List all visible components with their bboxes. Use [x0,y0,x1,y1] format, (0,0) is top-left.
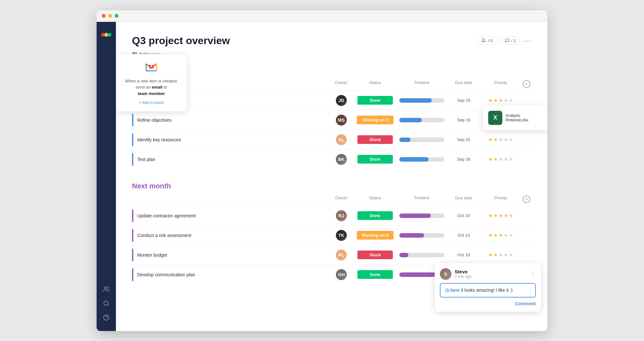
timeline-bar [399,98,432,103]
add-column-button[interactable]: + [523,80,530,88]
status-badge[interactable]: Stuck [357,135,393,144]
timeline-bar-container [399,233,444,238]
star-empty: ★ [509,97,513,103]
task-row: Refine objectives MS Working on it Sep 1… [132,110,531,130]
notification-badge[interactable]: / 0 [477,37,497,45]
timeline-bar [399,253,408,257]
priority-stars: ★★★★★ [480,213,522,219]
table-header: Owner Status Timeline Due date Priority … [132,80,531,90]
avatar-cell: RJ [328,210,354,221]
users-sidebar-icon[interactable] [100,283,112,295]
status-badge[interactable]: Done [357,270,393,279]
task-name: Conduct a risk assessment [137,233,191,238]
status-cell[interactable]: Working on it [354,116,396,124]
comment-user-avatar: S [440,268,451,280]
timeline-cell [396,137,448,142]
star-filled: ★ [488,232,493,238]
due-date-cell: Sep 19 [448,118,480,122]
task-border [132,268,133,281]
owner-avatar: AL [336,134,347,145]
task-row: Test plan BK Done Sep 26 ★★★★★ [132,149,531,169]
col-status: Status [354,80,396,88]
sections-container: This month Owner Status Timeline Due dat… [132,67,531,284]
star-filled: ★ [488,97,493,103]
owner-avatar: MS [336,115,347,126]
status-badge[interactable]: Working on it [357,231,394,240]
table-header: Owner Status Timeline Due date Priority … [132,195,531,206]
status-badge[interactable]: Stuck [357,251,393,259]
status-badge[interactable]: Done [357,96,393,105]
task-row: Monitor budget PL Stuck Oct 19 ★★★★★ [132,245,531,265]
task-row: Identify key resources AL Stuck Sep 22 ★… [132,130,531,149]
col-add[interactable]: + [522,80,531,88]
gmail-description: When a new item is created, send an emai… [122,78,180,97]
task-border [132,209,133,222]
section-title: Next month [132,182,531,190]
status-cell[interactable]: Stuck [354,251,396,259]
help-sidebar-icon[interactable] [100,312,112,323]
star-filled: ★ [488,252,493,258]
comment-mention: @Jane [445,288,460,293]
star-filled: ★ [493,137,498,143]
star-filled: ★ [493,213,498,219]
status-badge[interactable]: Working on it [357,116,394,124]
star-filled: ★ [493,156,498,162]
due-date-cell: Oct 13 [448,233,480,238]
notification-count: / 0 [488,38,492,43]
minimize-dot[interactable] [108,14,112,18]
excel-icon: X [488,111,502,125]
star-empty: ★ [504,252,508,258]
col-add[interactable]: + [522,195,531,203]
timeline-cell [396,118,448,122]
comment-popup: S Steve 2 min ago ⋮ @Jane it looks amazi… [435,263,541,312]
comment-count: / 1 [511,38,516,43]
status-cell[interactable]: Done [354,96,396,105]
gmail-add-button[interactable]: + Add to board [122,100,180,105]
comment-footer: Comment [440,301,536,307]
comment-badge[interactable]: / 1 [501,37,520,45]
task-name-cell: Test plan [132,153,328,166]
task-border [132,133,133,146]
col-due-date: Due date [448,80,480,88]
comment-button[interactable]: Comment [515,301,536,306]
more-options-button[interactable]: ··· [524,37,531,44]
task-row: Finalize kickoff materials JD Done Sep 1… [132,90,531,110]
task-row: Conduct a risk assessment TK Working on … [132,225,531,245]
star-filled: ★ [488,213,493,219]
gmail-popup: M When a new item is created, send an em… [116,54,187,112]
col-priority: Priority [480,80,522,88]
status-cell[interactable]: Done [354,270,396,279]
star-empty: ★ [498,137,503,143]
timeline-cell [396,233,448,238]
col-priority: Priority [480,195,522,203]
svg-line-5 [108,304,109,306]
col-owner: Owner [328,80,354,88]
owner-avatar: TK [336,230,347,241]
due-date-cell: Sep 15 [448,98,480,103]
star-filled: ★ [498,213,503,219]
close-dot[interactable] [102,14,106,18]
task-name-cell: Monitor budget [132,249,328,261]
svg-point-4 [104,301,108,305]
due-date-cell: Oct 10 [448,213,480,218]
timeline-cell [396,213,448,218]
col-status: Status [354,195,396,203]
add-column-button[interactable]: + [523,195,530,203]
app-layout: Q3 project overview / 0 / 1 [97,22,547,331]
maximize-dot[interactable] [115,14,118,18]
comment-more-options[interactable]: ⋮ [530,270,536,278]
star-empty: ★ [504,137,508,143]
table-view-selector[interactable]: Table view [132,52,531,57]
status-cell[interactable]: Done [354,155,396,164]
header-actions: / 0 / 1 ··· [477,37,531,45]
search-sidebar-icon[interactable] [100,298,112,309]
status-cell[interactable]: Stuck [354,135,396,144]
status-cell[interactable]: Done [354,211,396,220]
avatar-cell: BK [328,154,354,165]
status-badge[interactable]: Done [357,211,393,220]
status-badge[interactable]: Done [357,155,393,164]
page-title: Q3 project overview [132,35,230,47]
timeline-bar [399,137,411,142]
avatar-cell: TK [328,230,354,241]
status-cell[interactable]: Working on it [354,231,396,240]
